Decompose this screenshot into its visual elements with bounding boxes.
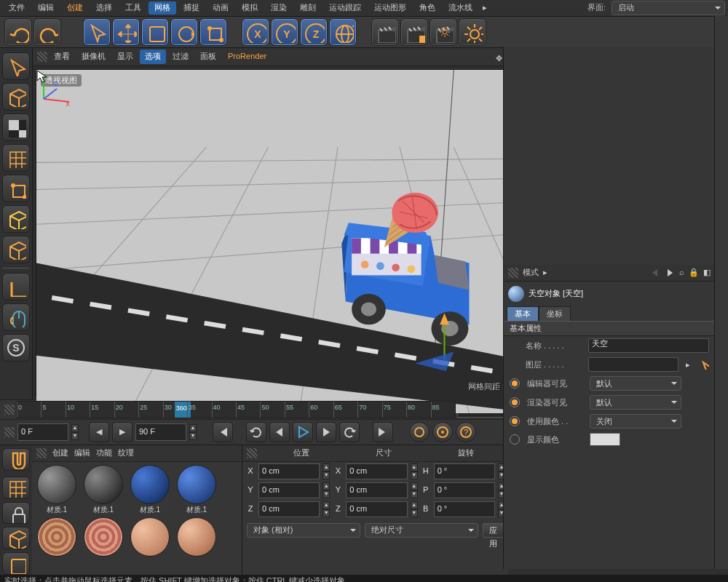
keyframe-opts-button[interactable]: ? [456, 422, 476, 442]
material-item[interactable] [35, 517, 79, 558]
menu-工具[interactable]: 工具 [119, 1, 147, 14]
view-menu-3[interactable]: 选项 [140, 49, 166, 63]
interface-dropdown[interactable]: 启动 [612, 1, 725, 15]
attr-search-icon[interactable]: ⌕ [679, 268, 684, 277]
range-start-field[interactable]: 0 F [17, 423, 68, 441]
attr-radio[interactable] [510, 416, 520, 426]
menu-雕刻[interactable]: 雕刻 [294, 1, 322, 14]
play-button[interactable] [293, 422, 313, 442]
range-right-button[interactable]: ▶ [112, 422, 132, 442]
step-back-button[interactable] [269, 422, 290, 442]
material-item[interactable]: 材质.1 [35, 465, 79, 514]
playbar-grip-icon[interactable] [4, 427, 15, 437]
mat-menu-edit[interactable]: 编辑 [74, 448, 90, 458]
range-left-button[interactable]: ◀ [89, 422, 109, 442]
move-tool[interactable] [112, 18, 140, 46]
loop2-button[interactable] [339, 422, 360, 442]
menu-角色[interactable]: 角色 [414, 1, 441, 14]
layer-picker-icon[interactable]: ▸ [683, 360, 693, 370]
chevron-right-icon[interactable]: ▸ [543, 268, 547, 277]
menu-捕捉[interactable]: 捕捉 [178, 1, 205, 14]
menu-overflow-icon[interactable]: ▸ [480, 3, 490, 12]
size-Y[interactable]: 0 cm [346, 482, 407, 498]
menu-流水线[interactable]: 流水线 [443, 1, 478, 14]
coord-apply-button[interactable]: 应用 [483, 523, 504, 538]
snap[interactable]: S [2, 334, 30, 362]
render-settings-button[interactable] [430, 18, 457, 46]
checker[interactable] [2, 113, 30, 141]
scale-tool[interactable] [199, 18, 227, 46]
right-collapsed-dock[interactable] [714, 16, 728, 569]
menu-渲染[interactable]: 渲染 [265, 1, 293, 14]
view-menu-4[interactable]: 过滤 [167, 49, 194, 63]
menu-文件[interactable]: 文件 [3, 1, 31, 14]
viewport-grip-icon[interactable] [37, 52, 47, 62]
render-pv-button[interactable] [400, 18, 428, 46]
coord-size-dropdown[interactable]: 绝对尺寸 [365, 523, 478, 538]
x-axis-toggle[interactable]: X [242, 18, 269, 46]
attr-dropdown[interactable]: 关闭 [590, 414, 681, 428]
attr-radio[interactable] [510, 378, 520, 388]
attr-new-icon[interactable]: ◧ [703, 268, 711, 277]
attr-radio[interactable] [510, 434, 520, 445]
z-axis-toggle[interactable]: Z [300, 18, 328, 46]
size-X[interactable]: 0 cm [346, 463, 407, 479]
wire2[interactable] [2, 527, 30, 549]
view-menu-1[interactable]: 摄像机 [76, 49, 111, 63]
attr-dropdown[interactable]: 默认 [590, 376, 681, 391]
view-menu-6[interactable]: ProRender [223, 49, 272, 63]
redo-button[interactable] [33, 18, 61, 46]
loop-button[interactable] [246, 422, 266, 442]
rect-tool[interactable] [141, 18, 169, 46]
render-gear-button[interactable] [459, 18, 486, 46]
tab-basic[interactable]: 基本 [507, 306, 539, 321]
menu-创建[interactable]: 创建 [61, 1, 89, 14]
panel-grip-icon[interactable] [247, 448, 257, 458]
rotate-tool[interactable] [170, 18, 198, 46]
material-item[interactable]: 材质.1 [128, 465, 172, 514]
viewport[interactable]: 透视视图 网格间距 : 100 cm Y X Z ✥ ⇵ ↻ ▣ [36, 69, 539, 396]
axis[interactable] [2, 273, 30, 300]
view-menu-5[interactable]: 面板 [195, 49, 221, 63]
render-view-button[interactable] [371, 18, 399, 46]
pos-Z[interactable]: 0 cm [258, 501, 320, 517]
attr-dropdown[interactable]: 默认 [590, 395, 681, 410]
menu-动画[interactable]: 动画 [207, 1, 234, 14]
grid2[interactable] [2, 477, 30, 499]
material-item[interactable] [128, 517, 172, 558]
view-menu-2[interactable]: 显示 [112, 49, 138, 63]
mat-menu-create[interactable]: 创建 [52, 448, 68, 458]
menu-模拟[interactable]: 模拟 [236, 1, 264, 14]
undo-button[interactable] [4, 18, 32, 46]
timeline-ruler[interactable]: 360 051015202530354045505560657075808590 [16, 401, 456, 418]
prev-arrow-icon[interactable] [650, 268, 660, 278]
point[interactable] [2, 175, 30, 202]
next-arrow-icon[interactable] [665, 268, 675, 278]
menu-网格[interactable]: 网格 [149, 1, 176, 14]
y-axis-toggle[interactable]: Y [271, 18, 298, 46]
mat-menu-tex[interactable]: 纹理 [118, 448, 134, 458]
lock[interactable] [2, 502, 30, 525]
material-item[interactable] [175, 517, 218, 558]
rot-H[interactable]: 0 ° [434, 463, 495, 479]
viewport-pan-icon[interactable]: ✥ [496, 54, 502, 63]
coord-space-dropdown[interactable]: 对象 (相对) [247, 523, 360, 538]
tab-coord[interactable]: 坐标 [539, 306, 571, 321]
wire-cube[interactable] [2, 236, 30, 263]
attr-radio[interactable] [510, 397, 520, 407]
size-Z[interactable]: 0 cm [346, 501, 407, 517]
magnet[interactable] [2, 448, 30, 471]
rot-B[interactable]: 0 ° [434, 501, 495, 517]
menu-编辑[interactable]: 编辑 [32, 1, 60, 14]
autokey-button[interactable] [432, 422, 453, 442]
cube[interactable] [2, 83, 30, 111]
menu-选择[interactable]: 选择 [90, 1, 118, 14]
attr-layer-field[interactable] [588, 357, 678, 372]
goto-start-button[interactable] [213, 422, 233, 442]
record-button[interactable] [409, 422, 430, 442]
menu-运动跟踪[interactable]: 运动跟踪 [323, 1, 367, 14]
live-select[interactable] [2, 52, 30, 80]
material-item[interactable]: 材质.1 [82, 465, 125, 514]
attr-input[interactable]: 天空 [588, 338, 709, 353]
material-item[interactable] [82, 517, 125, 558]
